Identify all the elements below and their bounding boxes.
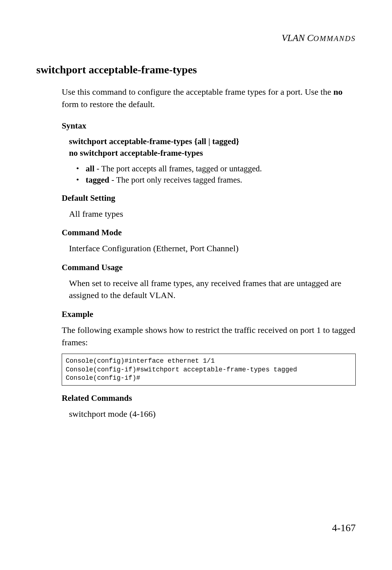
intro-bold: no — [333, 87, 342, 97]
syntax-tagged: tagged — [212, 137, 236, 146]
syntax-closebrace: } — [236, 137, 239, 146]
related-text: switchport mode (4-166) — [69, 408, 356, 420]
syntax-openbrace: { — [192, 137, 197, 146]
bullet-all-desc: - The port accepts all frames, tagged or… — [94, 164, 262, 173]
intro-part1: Use this command to configure the accept… — [62, 87, 333, 97]
syntax-line-1: switchport acceptable-frame-types {all |… — [69, 136, 356, 147]
command-mode-text: Interface Configuration (Ethernet, Port … — [69, 243, 356, 255]
command-title: switchport acceptable-frame-types — [36, 64, 356, 76]
syntax-pipe: | — [206, 137, 212, 146]
syntax-all: all — [197, 137, 206, 146]
page-number: 4-167 — [332, 522, 356, 534]
syntax-heading: Syntax — [62, 121, 356, 131]
command-mode-heading: Command Mode — [62, 228, 356, 237]
page-header: VLAN COMMANDS — [36, 33, 356, 44]
command-usage-text: When set to receive all frame types, any… — [69, 277, 356, 302]
header-prefix: VLAN C — [282, 33, 313, 43]
default-setting-text: All frame types — [69, 208, 356, 220]
bullet-all: all - The port accepts all frames, tagge… — [76, 163, 356, 174]
related-heading: Related Commands — [62, 394, 356, 403]
example-heading: Example — [62, 310, 356, 319]
default-setting-heading: Default Setting — [62, 194, 356, 203]
syntax-bullets: all - The port accepts all frames, tagge… — [36, 163, 356, 186]
command-usage-heading: Command Usage — [62, 263, 356, 272]
syntax-line-2: no switchport acceptable-frame-types — [69, 147, 356, 159]
intro-paragraph: Use this command to configure the accept… — [62, 86, 356, 110]
bullet-all-term: all — [86, 164, 94, 173]
example-intro: The following example shows how to restr… — [62, 324, 356, 349]
bullet-tagged: tagged - The port only receives tagged f… — [76, 174, 356, 186]
example-code-block: Console(config)#interface ethernet 1/1 C… — [62, 354, 356, 386]
bullet-tagged-term: tagged — [86, 175, 109, 184]
header-suffix: OMMANDS — [313, 34, 356, 43]
bullet-tagged-desc: - The port only receives tagged frames. — [109, 175, 242, 184]
intro-part2: form to restore the default. — [62, 99, 155, 109]
syntax-cmd: switchport acceptable-frame-types — [69, 137, 192, 146]
